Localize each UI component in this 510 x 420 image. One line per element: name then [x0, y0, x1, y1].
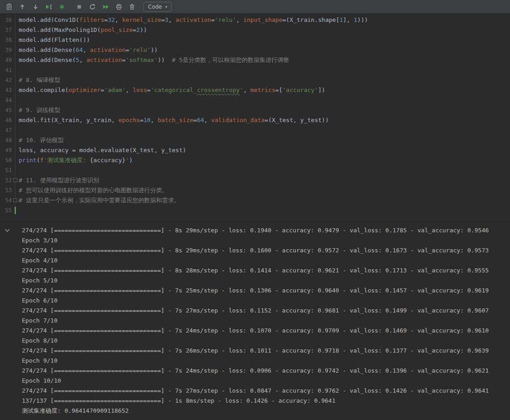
- fold-marker-icon[interactable]: [13, 198, 17, 202]
- console-line: Epoch 10/10: [0, 376, 510, 386]
- code-text: model.fit(X_train, y_train, epochs=10, b…: [15, 115, 329, 125]
- code-text: model.add(Conv1D(filters=32, kernel_size…: [15, 15, 368, 25]
- editor-lines: 36model.add(Conv1D(filters=32, kernel_si…: [0, 15, 510, 215]
- line-number: 37: [0, 25, 15, 35]
- console-line: Epoch 5/10: [0, 276, 510, 286]
- code-text: # 8. 编译模型: [15, 75, 60, 85]
- line-number: 42: [0, 75, 15, 85]
- chevron-down-icon: ▾: [165, 5, 168, 9]
- code-editor[interactable]: 36model.add(Conv1D(filters=32, kernel_si…: [0, 14, 510, 221]
- cell-type-label: Code: [148, 4, 162, 10]
- console-line: Epoch 9/10: [0, 356, 510, 366]
- line-number: 39: [0, 45, 15, 55]
- code-text: [15, 95, 19, 105]
- code-line-37[interactable]: 37model.add(MaxPooling1D(pool_size=2)): [0, 25, 510, 35]
- code-line-54[interactable]: 54# 这里只是一个示例，实际应用中需要适应您的数据和需求。: [0, 195, 510, 205]
- caret-line-marker: [15, 207, 16, 214]
- line-number: 41: [0, 65, 15, 75]
- line-number: 53: [0, 185, 15, 195]
- console-line: 274/274 [==============================]…: [0, 306, 510, 316]
- run-console[interactable]: 274/274 [==============================]…: [0, 221, 510, 420]
- code-text: # 10. 评估模型: [15, 135, 64, 145]
- cell-type-dropdown[interactable]: Code ▾: [143, 2, 172, 12]
- line-number: 51: [0, 165, 15, 175]
- fold-chevron-icon[interactable]: [4, 228, 11, 233]
- console-line: Epoch 8/10: [0, 336, 510, 346]
- code-text: [15, 165, 19, 175]
- console-line: 274/274 [==============================]…: [0, 225, 510, 236]
- console-line: 137/137 [==============================]…: [0, 396, 510, 406]
- code-line-41[interactable]: 41: [0, 65, 510, 75]
- code-line-50[interactable]: 50print(f'测试集准确度: {accuracy}'): [0, 155, 510, 165]
- code-text: model.add(Dense(5, activation='softmax')…: [15, 55, 289, 65]
- code-text: # 这里只是一个示例，实际应用中需要适应您的数据和需求。: [15, 195, 180, 205]
- console-line: 274/274 [==============================]…: [0, 346, 510, 356]
- console-line: Epoch 3/10: [0, 236, 510, 246]
- code-text: [15, 205, 19, 215]
- stop-icon[interactable]: [73, 1, 85, 12]
- code-line-36[interactable]: 36model.add(Conv1D(filters=32, kernel_si…: [0, 15, 510, 25]
- fold-marker-icon[interactable]: [13, 178, 17, 182]
- line-number: 38: [0, 35, 15, 45]
- code-line-51[interactable]: 51: [0, 165, 510, 175]
- console-line: 274/274 [==============================]…: [0, 386, 510, 396]
- console-line: 274/274 [==============================]…: [0, 366, 510, 376]
- console-line: 274/274 [==============================]…: [0, 286, 510, 296]
- code-line-55[interactable]: 55: [0, 205, 510, 215]
- line-number: 48: [0, 135, 15, 145]
- code-text: model.add(Dense(64, activation='relu')): [15, 45, 158, 55]
- code-line-48[interactable]: 48# 10. 评估模型: [0, 135, 510, 145]
- console-output: 274/274 [==============================]…: [0, 225, 510, 416]
- code-line-38[interactable]: 38model.add(Flatten()): [0, 35, 510, 45]
- code-line-47[interactable]: 47: [0, 125, 510, 135]
- console-line: Epoch 4/10: [0, 256, 510, 266]
- code-line-49[interactable]: 49loss, accuracy = model.evaluate(X_test…: [0, 145, 510, 155]
- delete-cell-icon[interactable]: [126, 1, 138, 12]
- code-line-43[interactable]: 43model.compile(optimizer='adam', loss='…: [0, 85, 510, 95]
- code-text: # 11. 使用模型进行波形识别: [15, 175, 99, 185]
- code-line-46[interactable]: 46model.fit(X_train, y_train, epochs=10,…: [0, 115, 510, 125]
- move-up-icon[interactable]: [16, 1, 28, 12]
- code-line-45[interactable]: 45# 9. 训练模型: [0, 105, 510, 115]
- restart-kernel-icon[interactable]: [86, 1, 98, 12]
- line-number: 43: [0, 85, 15, 95]
- console-line: Epoch 6/10: [0, 296, 510, 306]
- line-number: 49: [0, 145, 15, 155]
- code-line-44[interactable]: 44: [0, 95, 510, 105]
- line-number: 45: [0, 105, 15, 115]
- code-text: loss, accuracy = model.evaluate(X_test, …: [15, 145, 186, 155]
- console-line: 274/274 [==============================]…: [0, 326, 510, 336]
- code-text: model.add(Flatten()): [15, 35, 90, 45]
- line-number: 55: [0, 205, 15, 215]
- code-text: [15, 125, 19, 135]
- line-number: 44: [0, 95, 15, 105]
- code-text: print(f'测试集准确度: {accuracy}'): [15, 155, 133, 165]
- run-all-cells-icon[interactable]: [56, 1, 68, 12]
- console-line: 274/274 [==============================]…: [0, 266, 510, 276]
- code-line-40[interactable]: 40model.add(Dense(5, activation='softmax…: [0, 55, 510, 65]
- code-line-52[interactable]: 52# 11. 使用模型进行波形识别: [0, 175, 510, 185]
- line-number: 36: [0, 15, 15, 25]
- line-number: 46: [0, 115, 15, 125]
- ide-window: Code ▾ 36model.add(Conv1D(filters=32, ke…: [0, 0, 510, 420]
- toolbar-separator: [69, 1, 72, 12]
- resume-icon[interactable]: [99, 1, 112, 12]
- run-cell-icon[interactable]: [42, 1, 55, 12]
- code-line-39[interactable]: 39model.add(Dense(64, activation='relu')…: [0, 45, 510, 55]
- notebook-toolbar: Code ▾: [0, 0, 510, 14]
- line-number: 50: [0, 155, 15, 165]
- code-line-42[interactable]: 42# 8. 编译模型: [0, 75, 510, 85]
- console-line: Epoch 7/10: [0, 316, 510, 326]
- code-text: model.add(MaxPooling1D(pool_size=2)): [15, 25, 147, 35]
- code-line-53[interactable]: 53# 您可以使用训练好的模型对新的心电图数据进行分类。: [0, 185, 510, 195]
- code-text: model.compile(optimizer='adam', loss='ca…: [15, 85, 325, 95]
- code-text: [15, 65, 19, 75]
- code-text: # 9. 训练模型: [15, 105, 60, 115]
- line-number: 47: [0, 125, 15, 135]
- clipboard-icon[interactable]: [3, 1, 15, 12]
- move-down-icon[interactable]: [29, 1, 41, 12]
- printer-icon[interactable]: [112, 1, 125, 12]
- console-line: 测试集准确度: 0.9641470909118652: [0, 406, 510, 416]
- code-text: # 您可以使用训练好的模型对新的心电图数据进行分类。: [15, 185, 168, 195]
- line-number: 40: [0, 55, 15, 65]
